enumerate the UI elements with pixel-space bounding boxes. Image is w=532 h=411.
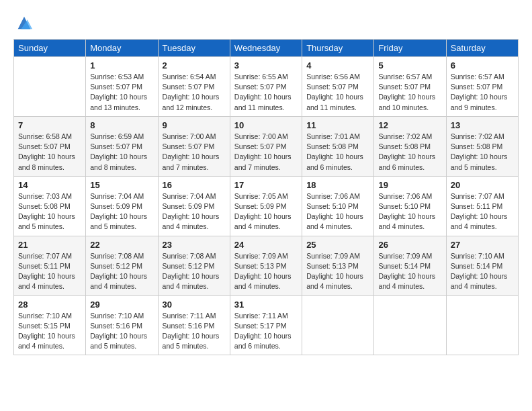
calendar-cell xyxy=(14,57,86,117)
day-info: Sunrise: 6:56 AM Sunset: 5:07 PM Dayligh… xyxy=(306,72,369,113)
calendar-cell: 8Sunrise: 6:59 AM Sunset: 5:07 PM Daylig… xyxy=(86,116,158,176)
day-info: Sunrise: 7:07 AM Sunset: 5:11 PM Dayligh… xyxy=(18,251,81,292)
calendar-cell: 9Sunrise: 7:00 AM Sunset: 5:07 PM Daylig… xyxy=(158,116,230,176)
day-number: 6 xyxy=(451,60,514,71)
day-number: 11 xyxy=(306,120,369,130)
day-number: 2 xyxy=(163,60,226,71)
calendar-cell: 22Sunrise: 7:08 AM Sunset: 5:12 PM Dayli… xyxy=(86,236,158,295)
day-info: Sunrise: 7:09 AM Sunset: 5:13 PM Dayligh… xyxy=(306,251,369,292)
page-header xyxy=(13,13,519,32)
day-number: 26 xyxy=(378,240,441,250)
day-info: Sunrise: 7:08 AM Sunset: 5:12 PM Dayligh… xyxy=(90,251,153,292)
day-info: Sunrise: 7:11 AM Sunset: 5:17 PM Dayligh… xyxy=(234,311,298,352)
day-info: Sunrise: 7:00 AM Sunset: 5:07 PM Dayligh… xyxy=(234,132,298,173)
day-number: 31 xyxy=(234,300,298,310)
day-number: 24 xyxy=(234,240,298,250)
logo xyxy=(13,13,34,32)
day-number: 4 xyxy=(306,60,369,71)
day-info: Sunrise: 6:58 AM Sunset: 5:07 PM Dayligh… xyxy=(18,132,81,173)
day-number: 19 xyxy=(378,180,441,190)
day-info: Sunrise: 7:01 AM Sunset: 5:08 PM Dayligh… xyxy=(306,132,369,173)
calendar-cell: 20Sunrise: 7:07 AM Sunset: 5:11 PM Dayli… xyxy=(446,176,518,236)
calendar-cell: 25Sunrise: 7:09 AM Sunset: 5:13 PM Dayli… xyxy=(302,236,374,295)
day-info: Sunrise: 7:00 AM Sunset: 5:07 PM Dayligh… xyxy=(163,132,226,173)
calendar-week-4: 21Sunrise: 7:07 AM Sunset: 5:11 PM Dayli… xyxy=(14,236,519,295)
day-info: Sunrise: 7:08 AM Sunset: 5:12 PM Dayligh… xyxy=(163,251,226,292)
calendar-cell: 13Sunrise: 7:02 AM Sunset: 5:08 PM Dayli… xyxy=(446,116,518,176)
calendar-cell: 10Sunrise: 7:00 AM Sunset: 5:07 PM Dayli… xyxy=(230,116,302,176)
calendar-cell: 6Sunrise: 6:57 AM Sunset: 5:07 PM Daylig… xyxy=(446,57,518,117)
day-info: Sunrise: 6:57 AM Sunset: 5:07 PM Dayligh… xyxy=(451,72,514,113)
day-info: Sunrise: 6:55 AM Sunset: 5:07 PM Dayligh… xyxy=(234,72,298,113)
calendar-cell: 30Sunrise: 7:11 AM Sunset: 5:16 PM Dayli… xyxy=(158,295,230,355)
day-number: 28 xyxy=(18,300,81,310)
calendar-cell: 15Sunrise: 7:04 AM Sunset: 5:09 PM Dayli… xyxy=(86,176,158,236)
day-info: Sunrise: 7:02 AM Sunset: 5:08 PM Dayligh… xyxy=(378,132,441,173)
day-info: Sunrise: 7:05 AM Sunset: 5:09 PM Dayligh… xyxy=(234,191,298,232)
day-number: 21 xyxy=(18,240,81,250)
day-info: Sunrise: 7:04 AM Sunset: 5:09 PM Dayligh… xyxy=(163,191,226,232)
day-info: Sunrise: 6:57 AM Sunset: 5:07 PM Dayligh… xyxy=(378,72,441,113)
day-info: Sunrise: 7:06 AM Sunset: 5:10 PM Dayligh… xyxy=(306,191,369,232)
calendar-week-3: 14Sunrise: 7:03 AM Sunset: 5:08 PM Dayli… xyxy=(14,176,519,236)
day-info: Sunrise: 7:03 AM Sunset: 5:08 PM Dayligh… xyxy=(18,191,81,232)
day-number: 23 xyxy=(163,240,226,250)
day-info: Sunrise: 7:09 AM Sunset: 5:13 PM Dayligh… xyxy=(234,251,298,292)
weekday-header-tuesday: Tuesday xyxy=(158,40,230,57)
calendar-cell xyxy=(446,295,518,355)
calendar-cell: 17Sunrise: 7:05 AM Sunset: 5:09 PM Dayli… xyxy=(230,176,302,236)
calendar-cell: 21Sunrise: 7:07 AM Sunset: 5:11 PM Dayli… xyxy=(14,236,86,295)
calendar-cell: 12Sunrise: 7:02 AM Sunset: 5:08 PM Dayli… xyxy=(374,116,446,176)
day-number: 20 xyxy=(451,180,514,190)
day-number: 8 xyxy=(90,120,153,130)
weekday-header-thursday: Thursday xyxy=(302,40,374,57)
calendar-cell: 23Sunrise: 7:08 AM Sunset: 5:12 PM Dayli… xyxy=(158,236,230,295)
weekday-header-friday: Friday xyxy=(374,40,446,57)
day-number: 15 xyxy=(90,180,153,190)
calendar-cell: 26Sunrise: 7:09 AM Sunset: 5:14 PM Dayli… xyxy=(374,236,446,295)
day-number: 10 xyxy=(234,120,298,130)
day-info: Sunrise: 7:10 AM Sunset: 5:14 PM Dayligh… xyxy=(451,251,514,292)
calendar-cell: 18Sunrise: 7:06 AM Sunset: 5:10 PM Dayli… xyxy=(302,176,374,236)
calendar-week-1: 1Sunrise: 6:53 AM Sunset: 5:07 PM Daylig… xyxy=(14,57,519,117)
day-number: 27 xyxy=(451,240,514,250)
day-number: 29 xyxy=(90,300,153,310)
calendar-cell: 19Sunrise: 7:06 AM Sunset: 5:10 PM Dayli… xyxy=(374,176,446,236)
weekday-header-wednesday: Wednesday xyxy=(230,40,302,57)
day-info: Sunrise: 7:07 AM Sunset: 5:11 PM Dayligh… xyxy=(451,191,514,232)
day-number: 14 xyxy=(18,180,81,190)
day-info: Sunrise: 6:54 AM Sunset: 5:07 PM Dayligh… xyxy=(163,72,226,113)
day-number: 16 xyxy=(163,180,226,190)
calendar-cell: 24Sunrise: 7:09 AM Sunset: 5:13 PM Dayli… xyxy=(230,236,302,295)
day-info: Sunrise: 7:11 AM Sunset: 5:16 PM Dayligh… xyxy=(163,311,226,352)
day-info: Sunrise: 7:02 AM Sunset: 5:08 PM Dayligh… xyxy=(451,132,514,173)
calendar-cell: 2Sunrise: 6:54 AM Sunset: 5:07 PM Daylig… xyxy=(158,57,230,117)
calendar-week-5: 28Sunrise: 7:10 AM Sunset: 5:15 PM Dayli… xyxy=(14,295,519,355)
day-info: Sunrise: 7:04 AM Sunset: 5:09 PM Dayligh… xyxy=(90,191,153,232)
day-info: Sunrise: 7:10 AM Sunset: 5:16 PM Dayligh… xyxy=(90,311,153,352)
calendar-cell xyxy=(302,295,374,355)
calendar-cell: 27Sunrise: 7:10 AM Sunset: 5:14 PM Dayli… xyxy=(446,236,518,295)
day-number: 5 xyxy=(378,60,441,71)
day-number: 12 xyxy=(378,120,441,130)
calendar-cell: 3Sunrise: 6:55 AM Sunset: 5:07 PM Daylig… xyxy=(230,57,302,117)
day-info: Sunrise: 7:10 AM Sunset: 5:15 PM Dayligh… xyxy=(18,311,81,352)
day-number: 22 xyxy=(90,240,153,250)
day-number: 7 xyxy=(18,120,81,130)
calendar-cell: 11Sunrise: 7:01 AM Sunset: 5:08 PM Dayli… xyxy=(302,116,374,176)
day-info: Sunrise: 7:06 AM Sunset: 5:10 PM Dayligh… xyxy=(378,191,441,232)
calendar-cell: 5Sunrise: 6:57 AM Sunset: 5:07 PM Daylig… xyxy=(374,57,446,117)
weekday-header-saturday: Saturday xyxy=(446,40,518,57)
calendar-cell: 14Sunrise: 7:03 AM Sunset: 5:08 PM Dayli… xyxy=(14,176,86,236)
logo-icon xyxy=(15,13,34,32)
calendar-cell: 16Sunrise: 7:04 AM Sunset: 5:09 PM Dayli… xyxy=(158,176,230,236)
calendar-table: SundayMondayTuesdayWednesdayThursdayFrid… xyxy=(13,39,519,355)
day-info: Sunrise: 6:53 AM Sunset: 5:07 PM Dayligh… xyxy=(90,72,153,113)
day-number: 18 xyxy=(306,180,369,190)
calendar-cell: 7Sunrise: 6:58 AM Sunset: 5:07 PM Daylig… xyxy=(14,116,86,176)
calendar-cell: 31Sunrise: 7:11 AM Sunset: 5:17 PM Dayli… xyxy=(230,295,302,355)
calendar-cell: 1Sunrise: 6:53 AM Sunset: 5:07 PM Daylig… xyxy=(86,57,158,117)
weekday-header-monday: Monday xyxy=(86,40,158,57)
day-info: Sunrise: 7:09 AM Sunset: 5:14 PM Dayligh… xyxy=(378,251,441,292)
day-number: 30 xyxy=(163,300,226,310)
